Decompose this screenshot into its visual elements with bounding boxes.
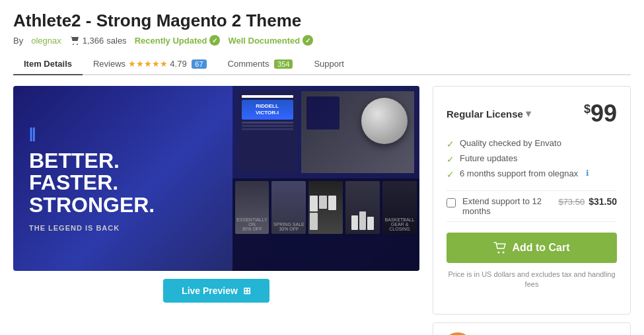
preview-section: || BETTER. FASTER. STRONGER. THE LEGEND …	[13, 86, 419, 311]
price-note: Price is in US dollars and excludes tax …	[447, 270, 617, 290]
tab-item-details[interactable]: Item Details	[13, 54, 83, 75]
thumb-2: SPRING SALE30% OFF	[271, 181, 306, 234]
price-box: Regular License ▾ $99 ✓ Quality checked …	[433, 86, 631, 315]
tab-reviews[interactable]: Reviews ★★★★★ 4.79 67	[83, 54, 217, 75]
well-documented-badge: Well Documented ✓	[228, 35, 313, 46]
extend-label: Extend support to 12 months	[462, 196, 552, 216]
preview-right-panel: RIDDELLVICTOR-I	[233, 86, 420, 271]
meta-row: By olegnax 1,366 sales Recently Updated …	[13, 35, 631, 46]
heading-line1: BETTER.	[29, 150, 217, 172]
preview-image: || BETTER. FASTER. STRONGER. THE LEGEND …	[13, 86, 419, 271]
tab-comments[interactable]: Comments 354	[217, 54, 304, 75]
live-preview-button[interactable]: Live Preview ⊞	[163, 279, 269, 303]
tab-support[interactable]: Support	[303, 54, 355, 75]
sidebar: Regular License ▾ $99 ✓ Quality checked …	[433, 86, 631, 335]
thumb-5: BASKETBALLGEAR & CLOSING	[382, 181, 417, 234]
sales-label: sales	[106, 36, 126, 46]
svg-point-3	[503, 252, 505, 254]
info-icon: ℹ	[586, 168, 589, 178]
cart-btn-icon	[493, 242, 507, 254]
heading-line3: STRONGER.	[29, 194, 217, 217]
new-price: $31.50	[589, 196, 617, 207]
price-dollar: $	[584, 102, 590, 116]
feature-2: ✓ Future updates	[447, 153, 617, 165]
add-to-cart-button[interactable]: Add to Cart	[447, 233, 617, 263]
heading-line2: FASTER.	[29, 172, 217, 194]
well-documented-text: Well Documented	[228, 36, 300, 46]
svg-point-2	[498, 252, 500, 254]
live-preview-icon: ⊞	[243, 285, 251, 296]
thumb-1: ESSENTIALLY ON30% OFF	[235, 181, 269, 234]
page-title: Athlete2 - Strong Magento 2 Theme	[13, 11, 631, 31]
recently-updated-badge: Recently Updated ✓	[135, 35, 221, 46]
comments-count: 354	[274, 59, 293, 69]
author-avatar	[443, 332, 473, 335]
preview-subtext: THE LEGEND IS BACK	[29, 224, 217, 232]
helmet-area	[301, 91, 415, 173]
author-link[interactable]: olegnax	[31, 36, 61, 46]
page-container: Athlete2 - Strong Magento 2 Theme By ole…	[0, 0, 644, 335]
svg-point-0	[73, 44, 74, 45]
extend-support-row: Extend support to 12 months $73.50 $31.5…	[447, 190, 617, 222]
preview-heading: BETTER. FASTER. STRONGER.	[29, 150, 217, 217]
sales-info: 1,366 sales	[69, 36, 127, 46]
cart-icon	[69, 36, 80, 45]
extend-prices: $73.50 $31.50	[558, 196, 617, 207]
check-icon-1: ✓	[447, 139, 454, 149]
svg-point-1	[77, 44, 78, 45]
old-price: $73.50	[558, 197, 585, 207]
preview-right-inner: RIDDELLVICTOR-I	[233, 86, 420, 271]
add-to-cart-label: Add to Cart	[512, 242, 569, 254]
preview-inner: || BETTER. FASTER. STRONGER. THE LEGEND …	[13, 86, 419, 271]
check-icon-2: ✓	[447, 154, 454, 165]
tabs-bar: Item Details Reviews ★★★★★ 4.79 67 Comme…	[13, 54, 631, 75]
author-box: Elite Author	[433, 322, 631, 335]
thumb-4	[345, 181, 380, 234]
content-area: || BETTER. FASTER. STRONGER. THE LEGEND …	[13, 86, 631, 335]
check-icon-3: ✓	[447, 169, 454, 180]
sales-count: 1,366	[83, 36, 104, 46]
license-row: Regular License ▾ $99	[447, 100, 617, 128]
pause-icon: ||	[29, 125, 217, 142]
author-label: By	[13, 36, 23, 46]
license-label: Regular License ▾	[447, 108, 531, 120]
preview-left-panel: || BETTER. FASTER. STRONGER. THE LEGEND …	[13, 86, 233, 271]
preview-top-grid: RIDDELLVICTOR-I	[233, 86, 420, 178]
feature-1: ✓ Quality checked by Envato	[447, 138, 617, 149]
dropdown-arrow: ▾	[526, 108, 531, 120]
live-preview-bar: Live Preview ⊞	[13, 271, 419, 311]
reviews-count: 67	[192, 59, 206, 69]
extend-checkbox[interactable]	[447, 198, 456, 207]
well-documented-check: ✓	[303, 35, 313, 46]
stars-icon: ★★★★★	[128, 59, 168, 69]
feature-3: ✓ 6 months support from olegnax ℹ	[447, 168, 617, 180]
nav-col: RIDDELLVICTOR-I	[238, 91, 297, 173]
thumb-3	[308, 181, 343, 234]
recently-updated-text: Recently Updated	[135, 36, 207, 46]
recently-updated-check: ✓	[209, 35, 220, 46]
preview-bottom-grid: ESSENTIALLY ON30% OFF SPRING SALE30% OFF	[233, 178, 420, 271]
live-preview-label: Live Preview	[182, 285, 238, 296]
features-list: ✓ Quality checked by Envato ✓ Future upd…	[447, 138, 617, 180]
price-display: $99	[584, 100, 617, 128]
